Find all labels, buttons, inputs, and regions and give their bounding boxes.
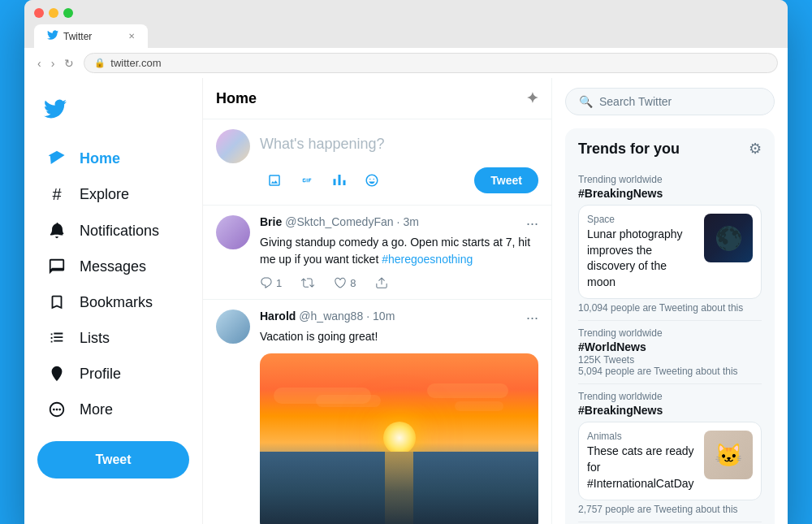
compose-placeholder[interactable]: What's happening? xyxy=(260,129,538,159)
tweet-meta-brie: Brie @Sktch_ComedyFan · 3m xyxy=(260,215,419,228)
sunset-reflection xyxy=(385,452,412,524)
browser-chrome: Twitter ✕ xyxy=(24,0,788,48)
trend-name-1: #WorldNews xyxy=(578,340,762,353)
tweet-elapsed-brie: 3m xyxy=(403,215,418,228)
compose-avatar xyxy=(216,129,250,163)
sidebar-item-profile[interactable]: Profile xyxy=(37,357,189,391)
profile-icon xyxy=(47,365,67,383)
search-icon: 🔍 xyxy=(579,95,593,108)
trends-box: Trends for you ⚙ Trending worldwide #Bre… xyxy=(565,128,775,524)
compose-emoji-icon[interactable] xyxy=(357,166,387,195)
sidebar-item-notifications-label: Notifications xyxy=(80,223,159,240)
sidebar-item-home[interactable]: Home xyxy=(37,141,189,175)
trend-card-category-0: Space xyxy=(587,214,698,225)
messages-icon xyxy=(47,258,67,275)
search-box[interactable]: 🔍 Search Twitter xyxy=(565,88,775,115)
like-action-brie[interactable]: 8 xyxy=(334,276,356,289)
trends-title: Trends for you xyxy=(578,141,680,158)
sidebar-item-bookmarks[interactable]: Bookmarks xyxy=(37,285,189,319)
trend-item-1[interactable]: Trending worldwide #WorldNews 125K Tweet… xyxy=(578,321,762,384)
sidebar-item-profile-label: Profile xyxy=(80,366,121,383)
tweet-handle-harold: @h_wang88 xyxy=(299,310,363,323)
feed-header: Home ✦ xyxy=(203,78,551,119)
trend-item-2[interactable]: Trending worldwide #BreakingNews Animals… xyxy=(578,384,762,522)
tweet-dot-harold: · xyxy=(366,310,369,323)
bookmarks-icon xyxy=(47,293,67,311)
sidebar: Home # Explore Notifications Messages xyxy=(24,78,203,524)
compose-image-icon[interactable] xyxy=(260,166,289,195)
tweet-more-brie[interactable]: ··· xyxy=(526,215,538,232)
svg-point-2 xyxy=(58,409,61,411)
tweet-avatar-brie xyxy=(216,215,250,249)
url-bar[interactable]: 🔒 twitter.com xyxy=(84,53,778,73)
sidebar-item-more[interactable]: More xyxy=(37,392,189,427)
trend-count-1: 5,094 people are Tweeting about this xyxy=(578,366,762,377)
trend-card-text-0: Space Lunar photography improves the dis… xyxy=(587,214,698,290)
compose-poll-icon[interactable] xyxy=(325,166,354,195)
trend-category-0: Trending worldwide xyxy=(578,174,762,185)
sidebar-item-explore[interactable]: # Explore xyxy=(37,177,189,212)
sidebar-item-lists[interactable]: Lists xyxy=(37,321,189,355)
sidebar-item-notifications[interactable]: Notifications xyxy=(37,214,189,248)
retweet-action-brie[interactable] xyxy=(301,276,314,289)
trend-card-description-2: These cats are ready for #InternationalC… xyxy=(587,444,698,492)
compose-actions: Tweet xyxy=(260,166,538,195)
tab-close-icon[interactable]: ✕ xyxy=(128,32,135,41)
back-button[interactable]: ‹ xyxy=(34,55,45,71)
sidebar-item-home-label: Home xyxy=(80,150,120,167)
trend-card-description-0: Lunar photography improves the discovery… xyxy=(587,227,698,290)
tweet-item-harold[interactable]: Harold @h_wang88 · 10m ··· Vacation is g… xyxy=(203,300,551,524)
tweet-header-harold: Harold @h_wang88 · 10m ··· xyxy=(260,310,538,327)
refresh-button[interactable]: ↻ xyxy=(61,55,77,71)
tweet-avatar-harold xyxy=(216,310,250,344)
tweet-link-brie[interactable]: #heregoesnothing xyxy=(382,253,473,266)
sunset-sun xyxy=(383,422,416,454)
tweet-more-harold[interactable]: ··· xyxy=(526,310,538,327)
sidebar-item-messages-label: Messages xyxy=(80,258,146,275)
twitter-logo[interactable] xyxy=(37,91,189,130)
trend-category-2: Trending worldwide xyxy=(578,391,762,402)
trend-count-2: 2,757 people are Tweeting about this xyxy=(578,504,762,515)
forward-button[interactable]: › xyxy=(48,55,58,71)
trend-name-0: #BreakingNews xyxy=(578,187,762,200)
compose-tweet-button[interactable]: Tweet xyxy=(474,167,538,193)
share-action-brie[interactable] xyxy=(375,276,388,289)
tab-twitter-icon xyxy=(47,29,58,43)
tweet-text-brie: Giving standup comedy a go. Open mic sta… xyxy=(260,234,538,268)
tweet-button[interactable]: Tweet xyxy=(37,441,189,479)
minimize-button[interactable] xyxy=(49,8,58,18)
reply-action-brie[interactable]: 1 xyxy=(260,276,282,289)
tab-label: Twitter xyxy=(63,31,92,42)
compose-gif-icon[interactable] xyxy=(292,166,322,195)
tweet-item[interactable]: Brie @Sktch_ComedyFan · 3m ··· Giving st… xyxy=(203,206,551,300)
tweet-name-brie: Brie xyxy=(260,215,282,228)
sidebar-item-explore-label: Explore xyxy=(80,186,129,203)
feed-title: Home xyxy=(216,90,257,107)
compose-icons xyxy=(260,166,387,195)
home-icon xyxy=(47,149,67,167)
maximize-button[interactable] xyxy=(63,8,73,18)
lock-icon: 🔒 xyxy=(94,58,106,68)
tweet-handle-brie: @Sktch_ComedyFan xyxy=(285,215,393,228)
search-placeholder: Search Twitter xyxy=(599,95,672,108)
trends-header: Trends for you ⚙ xyxy=(578,140,762,158)
tweet-content-harold: Harold @h_wang88 · 10m ··· Vacation is g… xyxy=(260,310,538,524)
tweet-header-brie: Brie @Sktch_ComedyFan · 3m ··· xyxy=(260,215,538,232)
sparkle-icon[interactable]: ✦ xyxy=(526,89,538,107)
trend-item-0[interactable]: Trending worldwide #BreakingNews Space L… xyxy=(578,167,762,321)
tweet-image-harold xyxy=(260,353,538,524)
sidebar-item-more-label: More xyxy=(80,401,113,418)
trends-settings-icon[interactable]: ⚙ xyxy=(749,140,762,158)
close-button[interactable] xyxy=(34,8,44,18)
sidebar-item-bookmarks-label: Bookmarks xyxy=(80,294,153,311)
twitter-tab[interactable]: Twitter ✕ xyxy=(34,24,148,48)
tweet-meta-harold: Harold @h_wang88 · 10m xyxy=(260,310,395,323)
trend-thumb-moon xyxy=(704,214,753,262)
svg-point-1 xyxy=(56,409,58,411)
browser-window: Twitter ✕ ‹ › ↻ 🔒 twitter.com xyxy=(24,0,788,524)
right-sidebar: 🔍 Search Twitter Trends for you ⚙ Trendi… xyxy=(552,78,788,524)
sidebar-item-messages[interactable]: Messages xyxy=(37,249,189,284)
notifications-icon xyxy=(47,222,67,240)
main-feed: Home ✦ What's happening? xyxy=(203,78,552,524)
trend-card-0: Space Lunar photography improves the dis… xyxy=(587,214,753,290)
